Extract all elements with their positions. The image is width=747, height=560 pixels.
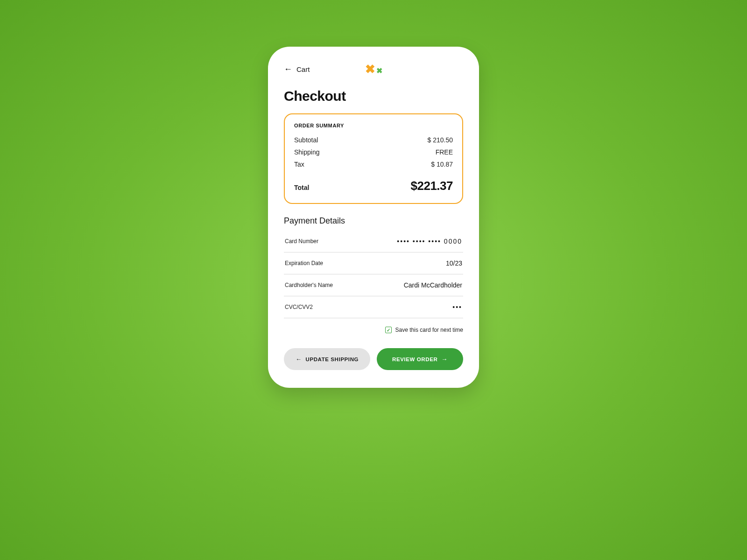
brand-x-small-icon: ✖ xyxy=(376,67,382,75)
order-summary-heading: ORDER SUMMARY xyxy=(294,123,453,128)
field-expiration[interactable]: Expiration Date 10/23 xyxy=(284,252,463,274)
field-label: Cardholder's Name xyxy=(285,282,333,288)
summary-value: FREE xyxy=(436,148,453,156)
summary-row-tax: Tax $ 10.87 xyxy=(294,158,453,170)
review-order-button[interactable]: REVIEW ORDER → xyxy=(377,348,463,370)
button-row: ← UPDATE SHIPPING REVIEW ORDER → xyxy=(284,348,463,370)
summary-total-label: Total xyxy=(294,184,309,191)
summary-row-total: Total $221.37 xyxy=(294,174,453,196)
button-label: UPDATE SHIPPING xyxy=(306,357,359,362)
field-label: Card Number xyxy=(285,238,318,245)
checkbox-checked-icon[interactable]: ✓ xyxy=(385,327,392,333)
back-label[interactable]: Cart xyxy=(296,65,310,73)
checkout-card: ← Cart ✖ ✖ Checkout ORDER SUMMARY Subtot… xyxy=(268,47,479,388)
brand-logo: ✖ ✖ xyxy=(365,63,382,76)
button-label: REVIEW ORDER xyxy=(392,357,437,362)
back-arrow-icon[interactable]: ← xyxy=(284,64,292,74)
save-card-label: Save this card for next time xyxy=(395,327,463,333)
field-value: •••• •••• •••• 0000 xyxy=(397,238,462,245)
field-cvc[interactable]: CVC/CVV2 ••• xyxy=(284,296,463,318)
summary-label: Shipping xyxy=(294,148,320,156)
field-label: CVC/CVV2 xyxy=(285,304,313,310)
summary-row-shipping: Shipping FREE xyxy=(294,146,453,158)
arrow-right-icon: → xyxy=(441,356,448,363)
arrow-left-icon: ← xyxy=(296,356,302,363)
order-summary-card: ORDER SUMMARY Subtotal $ 210.50 Shipping… xyxy=(284,113,463,204)
brand-x-icon: ✖ xyxy=(365,63,375,75)
summary-label: Subtotal xyxy=(294,136,318,144)
summary-value: $ 210.50 xyxy=(428,136,453,144)
summary-row-subtotal: Subtotal $ 210.50 xyxy=(294,134,453,146)
field-card-number[interactable]: Card Number •••• •••• •••• 0000 xyxy=(284,231,463,252)
field-name[interactable]: Cardholder's Name Cardi McCardholder xyxy=(284,274,463,296)
page-title: Checkout xyxy=(284,88,463,104)
summary-value: $ 10.87 xyxy=(431,161,453,168)
field-value: ••• xyxy=(452,303,462,311)
field-label: Expiration Date xyxy=(285,260,323,266)
save-card-row[interactable]: ✓ Save this card for next time xyxy=(284,327,463,333)
field-value: Cardi McCardholder xyxy=(404,281,462,289)
payment-heading: Payment Details xyxy=(284,216,463,226)
summary-label: Tax xyxy=(294,161,304,168)
summary-total-value: $221.37 xyxy=(411,179,453,193)
update-shipping-button[interactable]: ← UPDATE SHIPPING xyxy=(284,348,370,370)
field-value: 10/23 xyxy=(446,259,462,267)
nav-bar: ← Cart ✖ ✖ xyxy=(284,64,463,74)
